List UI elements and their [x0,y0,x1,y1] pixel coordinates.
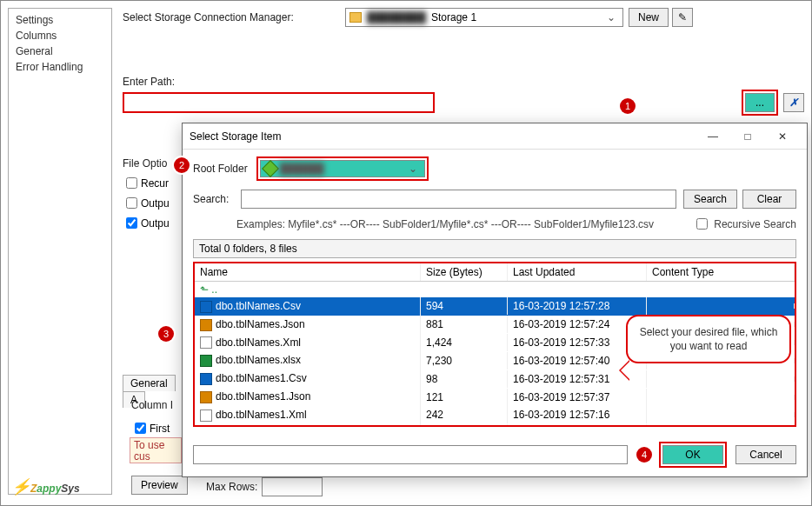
cancel-button[interactable]: Cancel [735,445,796,464]
chevron-down-icon: ⌄ [405,160,421,177]
output-label-1: Outpu [141,197,170,210]
file-name: dbo.tblNames1.Csv [216,372,307,384]
custom-warning-line1: To use cus [134,440,177,463]
file-row[interactable]: dbo.tblNames.Csv59416-03-2019 12:57:28 [195,297,795,316]
file-row[interactable]: dbo.tblNames1.Json12116-03-2019 12:57:37 [195,388,795,406]
search-input[interactable] [241,190,676,209]
connection-name-hidden: ████████ [367,9,431,26]
nav-item-columns[interactable]: Columns [16,28,104,43]
file-date: 16-03-2019 12:57:16 [508,406,647,423]
file-row[interactable]: dbo.tblNames1.Csv9816-03-2019 12:57:31 [195,370,795,388]
file-name: dbo.tblNames1.Json [216,390,310,403]
root-folder-label: Root Folder [193,163,248,175]
first-row-checkbox[interactable] [135,423,146,434]
folder-icon [349,12,362,23]
file-type-icon [200,355,212,367]
file-content-type [647,303,795,309]
file-name: dbo.tblNames.Csv [216,300,301,312]
nav-item-settings[interactable]: Settings [16,12,104,28]
file-size: 881 [421,316,508,333]
file-row[interactable]: dbo.tblNames1.xlsx7,01516-03-2019 12:57:… [195,424,795,425]
connection-suffix: Storage 1 [431,9,476,26]
recursive-label: Recur [141,177,169,190]
selected-path-input[interactable] [193,445,628,464]
preview-button[interactable]: Preview [131,476,188,495]
output-label-2: Outpu [141,217,170,230]
file-content-type [647,376,795,382]
close-button[interactable]: ✕ [765,124,800,149]
file-date: 16-03-2019 12:57:28 [508,297,647,315]
file-name: dbo.tblNames.Xml [216,336,301,349]
file-size: 121 [421,389,508,406]
up-label: .. [211,283,217,296]
annotation-3: 3 [158,326,174,342]
browse-button[interactable]: ... [745,93,775,112]
file-size: 1,424 [421,334,508,351]
nav-item-error-handling[interactable]: Error Handling [16,59,104,75]
total-count-row: Total 0 folders, 8 files [193,239,796,258]
max-rows-label: Max Rows: [206,481,257,493]
grid-header: Name Size (Bytes) Last Updated Content T… [195,263,795,282]
annotation-2: 2 [174,157,190,173]
file-type-icon [200,409,212,422]
file-size: 7,015 [421,424,508,425]
recursive-search-label: Recursive Search [714,218,796,230]
file-size: 594 [421,297,508,315]
path-input[interactable] [123,92,435,113]
col-type[interactable]: Content Type [647,263,795,281]
connection-manager-combo[interactable]: ████████ Storage 1 ⌄ [345,8,623,27]
logo-p2: appy [37,483,61,495]
annotation-1: 1 [620,98,636,114]
maximize-icon: □ [744,130,750,143]
file-name: dbo.tblNames.Json [216,318,305,330]
examples-text: Examples: Myfile*.cs* ---OR---- SubFolde… [236,218,654,230]
tab-general[interactable]: General [123,375,176,391]
instruction-bubble: Select your desired file, which you want… [626,315,791,363]
clear-button[interactable]: Clear [742,190,796,209]
up-arrow-icon: ⬑ [200,283,209,296]
output-checkbox-1[interactable] [126,197,137,209]
annotation-4: 4 [636,447,652,463]
file-content-type [647,395,795,400]
recursive-search-checkbox[interactable] [696,218,708,230]
edit-connection-button[interactable]: ✎ [672,8,693,27]
browse-button-highlight: ... [742,90,778,116]
col-name[interactable]: Name [195,263,421,281]
recursive-checkbox[interactable] [126,177,137,189]
max-rows-input[interactable] [262,477,323,496]
nav-item-general[interactable]: General [16,43,104,59]
file-type-icon [200,301,212,313]
ok-button-highlight: OK [659,442,727,468]
dialog-title: Select Storage Item [190,130,696,143]
close-icon: ✕ [778,130,787,143]
maximize-button[interactable]: □ [730,124,765,149]
root-folder-combo[interactable]: ██████ ⌄ [260,160,425,177]
file-size: 7,230 [421,352,508,370]
left-nav-panel: Settings Columns General Error Handling [8,8,112,495]
go-up-row[interactable]: ⬑ .. [195,282,795,297]
output-checkbox-2[interactable] [126,217,137,229]
ok-button[interactable]: OK [662,445,723,464]
file-row[interactable]: dbo.tblNames1.Xml24216-03-2019 12:57:16 [195,406,795,424]
new-connection-button[interactable]: New [629,8,669,27]
chevron-down-icon: ⌄ [603,9,619,26]
file-type-icon [200,373,212,385]
search-button[interactable]: Search [683,190,737,209]
pencil-icon: ✎ [678,11,687,23]
first-row-label: First [150,423,170,435]
zappysys-logo: ⚡ZappySys [11,477,80,496]
file-type-icon [200,319,212,331]
col-size[interactable]: Size (Bytes) [421,263,508,281]
root-folder-value-hidden: ██████ [280,160,324,177]
file-date: 16-03-2019 12:57:37 [508,389,647,406]
search-label: Search: [193,193,229,205]
clear-path-button[interactable]: ✗ [783,93,804,112]
file-type-icon [200,391,212,403]
col-date[interactable]: Last Updated [508,263,647,281]
file-type-icon [200,336,212,349]
file-size: 98 [421,370,508,388]
minimize-button[interactable]: — [696,124,730,149]
select-storage-item-dialog: Select Storage Item — □ ✕ Root Folder ██… [182,123,808,477]
root-folder-highlight: ██████ ⌄ [256,156,429,181]
clear-icon: ✗ [789,97,798,109]
